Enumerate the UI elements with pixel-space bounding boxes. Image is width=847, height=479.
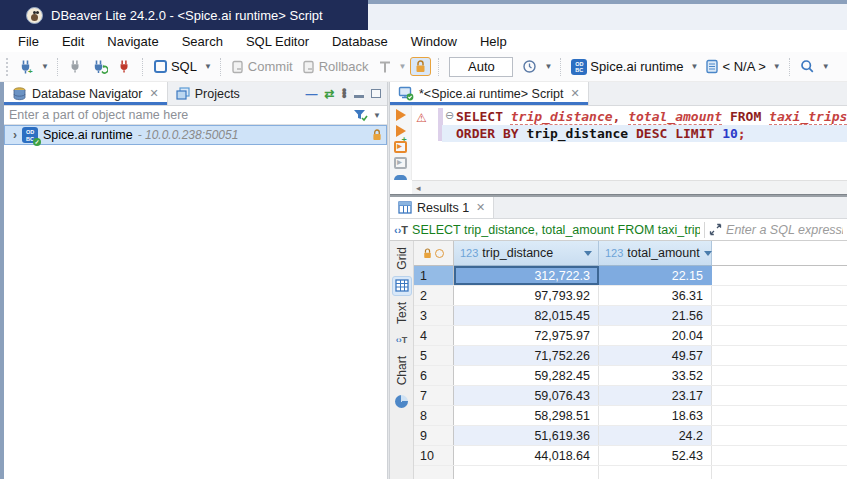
- table-row[interactable]: 1312,722.322.15: [414, 266, 847, 286]
- connection-selector-dropdown[interactable]: ▼: [690, 62, 700, 71]
- transaction-mode-button[interactable]: [375, 58, 395, 76]
- table-row[interactable]: 659,282.4533.52: [414, 366, 847, 386]
- trip-distance-cell[interactable]: 97,793.92: [454, 286, 599, 305]
- connect-button[interactable]: [65, 57, 86, 76]
- grid-corner-cell[interactable]: [414, 241, 454, 266]
- row-number-cell[interactable]: 4: [414, 326, 454, 345]
- table-row[interactable]: 472,975.9720.04: [414, 326, 847, 346]
- editor-hscrollbar[interactable]: ◂: [412, 180, 847, 194]
- menu-help[interactable]: Help: [475, 32, 512, 51]
- row-number-cell[interactable]: 9: [414, 426, 454, 445]
- total-amount-cell[interactable]: 23.17: [599, 386, 712, 405]
- close-icon[interactable]: ✕: [474, 201, 485, 214]
- menu-edit[interactable]: Edit: [57, 32, 89, 51]
- expand-chevron-icon[interactable]: ›: [9, 128, 17, 142]
- total-amount-cell[interactable]: 33.52: [599, 366, 712, 385]
- tree-item-connection[interactable]: › ODBC✓ Spice.ai runtime - 10.0.0.238:50…: [4, 125, 387, 145]
- total-amount-cell[interactable]: 24.2: [599, 426, 712, 445]
- menu-navigate[interactable]: Navigate: [102, 32, 163, 51]
- close-icon[interactable]: ✕: [569, 87, 580, 100]
- row-number-cell[interactable]: 2: [414, 286, 454, 305]
- grid-view-icon[interactable]: [392, 276, 412, 296]
- sort-dropdown-icon[interactable]: [704, 251, 712, 256]
- maximize-view-icon[interactable]: [371, 89, 381, 98]
- row-number-cell[interactable]: 8: [414, 406, 454, 425]
- row-number-cell[interactable]: 3: [414, 306, 454, 325]
- minimize-view-icon[interactable]: [354, 90, 364, 98]
- autocommit-mode-combo[interactable]: Auto: [449, 57, 513, 77]
- reconnect-button[interactable]: [89, 57, 111, 77]
- menu-window[interactable]: Window: [406, 32, 462, 51]
- fold-collapse-icon[interactable]: ⊖: [445, 109, 454, 122]
- database-selector-dropdown[interactable]: ▼: [772, 62, 782, 71]
- trip-distance-cell[interactable]: 71,752.26: [454, 346, 599, 365]
- row-number-cell[interactable]: 5: [414, 346, 454, 365]
- rollback-button[interactable]: Rollback: [299, 57, 372, 76]
- row-number-cell[interactable]: 7: [414, 386, 454, 405]
- tab-database-navigator[interactable]: Database Navigator ✕: [4, 82, 168, 105]
- total-amount-cell[interactable]: 49.57: [599, 346, 712, 365]
- menu-sql-editor[interactable]: SQL Editor: [241, 32, 314, 51]
- trip-distance-cell[interactable]: 51,619.36: [454, 426, 599, 445]
- menu-file[interactable]: File: [13, 32, 44, 51]
- row-number-cell[interactable]: 6: [414, 366, 454, 385]
- text-view-icon[interactable]: ‹›T: [392, 330, 412, 350]
- query-history-dropdown[interactable]: ▼: [543, 62, 553, 71]
- menu-search[interactable]: Search: [177, 32, 228, 51]
- search-dropdown[interactable]: ▼: [821, 62, 831, 71]
- search-button[interactable]: [797, 57, 818, 76]
- column-header-trip-distance[interactable]: 123 trip_distance: [454, 241, 599, 266]
- query-history-button[interactable]: [519, 57, 540, 76]
- disconnect-button[interactable]: [114, 57, 135, 76]
- object-filter-input[interactable]: Enter a part of object name here ▼: [4, 106, 387, 125]
- sql-editor-area[interactable]: + ⚠ ⊖ SELECT trip_distance, total_amount…: [390, 106, 847, 194]
- commit-button[interactable]: Commit: [228, 57, 296, 76]
- filter-funnel-icon[interactable]: [353, 109, 368, 122]
- table-row[interactable]: 759,076.4323.17: [414, 386, 847, 406]
- execute-script-icon[interactable]: [394, 141, 407, 153]
- menu-database[interactable]: Database: [327, 32, 393, 51]
- link-with-editor-icon[interactable]: ⇄: [325, 87, 335, 101]
- sql-editor-button[interactable]: SQL: [150, 57, 200, 76]
- tab-text[interactable]: Text: [395, 302, 409, 324]
- filter-dropdown[interactable]: ▼: [372, 111, 382, 120]
- sql-code-lines[interactable]: SELECT trip_distance, total_amount FROM …: [456, 108, 847, 142]
- code-line[interactable]: SELECT trip_distance, total_amount FROM …: [456, 108, 847, 125]
- results-filter-bar[interactable]: ‹›T SELECT trip_distance, total_amount F…: [390, 219, 847, 241]
- trip-distance-cell[interactable]: 44,018.64: [454, 446, 599, 465]
- execute-statement-icon[interactable]: [396, 109, 406, 121]
- database-selector[interactable]: < N/A >: [702, 57, 768, 76]
- tab-grid[interactable]: Grid: [395, 247, 409, 270]
- table-row[interactable]: 382,015.4521.56: [414, 306, 847, 326]
- tab-projects[interactable]: Projects: [168, 82, 248, 105]
- autocommit-lock-button[interactable]: [410, 57, 431, 76]
- trip-distance-cell[interactable]: 59,282.45: [454, 366, 599, 385]
- tab-chart[interactable]: Chart: [395, 356, 409, 385]
- table-row[interactable]: 297,793.9236.31: [414, 286, 847, 306]
- scroll-left-icon[interactable]: ◂: [416, 183, 421, 193]
- total-amount-cell[interactable]: 18.63: [599, 406, 712, 425]
- trip-distance-cell[interactable]: 59,076.43: [454, 386, 599, 405]
- total-amount-cell[interactable]: 36.31: [599, 286, 712, 305]
- table-row[interactable]: 1044,018.6452.43: [414, 446, 847, 466]
- row-number-cell[interactable]: 1: [414, 266, 454, 285]
- column-header-total-amount[interactable]: 123 total_amount: [599, 241, 712, 266]
- view-menu-icon[interactable]: ●●●: [342, 89, 347, 98]
- trip-distance-cell[interactable]: 58,298.51: [454, 406, 599, 425]
- close-icon[interactable]: ✕: [147, 87, 158, 100]
- expand-filter-icon[interactable]: [709, 223, 722, 236]
- chart-view-icon[interactable]: [392, 391, 412, 411]
- transaction-mode-dropdown[interactable]: ▼: [398, 62, 408, 71]
- total-amount-cell[interactable]: 22.15: [599, 266, 712, 285]
- table-row[interactable]: 858,298.5118.63: [414, 406, 847, 426]
- row-number-cell[interactable]: 10: [414, 446, 454, 465]
- more-tools-icon[interactable]: [394, 175, 407, 180]
- new-connection-button[interactable]: +: [15, 57, 37, 77]
- execute-new-tab-icon[interactable]: +: [396, 125, 406, 137]
- new-connection-dropdown[interactable]: ▼: [40, 62, 50, 71]
- sort-dropdown-icon[interactable]: [584, 251, 592, 256]
- trip-distance-cell[interactable]: 72,975.97: [454, 326, 599, 345]
- trip-distance-cell[interactable]: 312,722.3: [454, 266, 599, 285]
- table-row[interactable]: 571,752.2649.57: [414, 346, 847, 366]
- trip-distance-cell[interactable]: 82,015.45: [454, 306, 599, 325]
